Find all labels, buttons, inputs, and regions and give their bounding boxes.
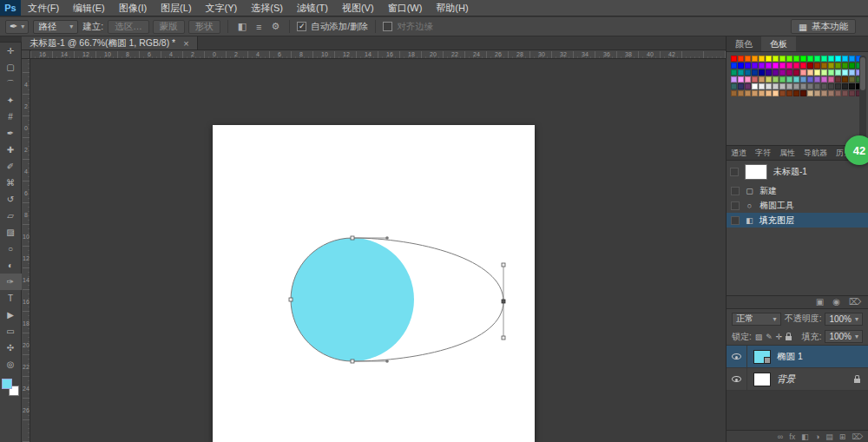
- new-document-from-state-icon[interactable]: ▣: [816, 296, 824, 308]
- lock-option-icon[interactable]: ✛: [776, 333, 783, 341]
- color-swatch[interactable]: [779, 56, 786, 62]
- lock-option-icon[interactable]: ✎: [766, 333, 773, 341]
- tab-swatches[interactable]: 色板: [761, 36, 796, 51]
- color-swatch[interactable]: [849, 90, 855, 96]
- scrollbar-thumb[interactable]: [860, 57, 865, 90]
- color-swatch[interactable]: [849, 63, 855, 69]
- tool-button[interactable]: ✚: [0, 142, 22, 158]
- align-edges-checkbox[interactable]: [383, 22, 392, 31]
- color-swatch[interactable]: [821, 69, 827, 76]
- color-swatch[interactable]: [752, 76, 758, 82]
- layers-footer-icon[interactable]: ⌦: [852, 432, 863, 442]
- anchor-bottom[interactable]: [351, 360, 354, 363]
- color-swatch[interactable]: [752, 56, 758, 62]
- color-swatch[interactable]: [731, 76, 737, 82]
- notification-badge[interactable]: 42: [845, 135, 868, 165]
- fill-input[interactable]: 100% ▾: [825, 330, 863, 343]
- color-swatch[interactable]: [821, 83, 827, 89]
- color-swatch[interactable]: [842, 56, 848, 62]
- auto-add-delete-checkbox[interactable]: ✓: [297, 22, 306, 31]
- color-swatch[interactable]: [779, 83, 786, 89]
- layer-name[interactable]: 椭圆 1: [777, 351, 868, 363]
- color-swatch[interactable]: [793, 69, 799, 76]
- layers-footer-icon[interactable]: ∞: [778, 432, 783, 442]
- delete-state-icon[interactable]: ⌦: [849, 296, 861, 308]
- color-swatch[interactable]: [807, 56, 813, 62]
- color-swatch[interactable]: [835, 76, 841, 82]
- color-swatch[interactable]: [828, 83, 834, 89]
- color-swatch[interactable]: [835, 83, 841, 89]
- document-canvas[interactable]: [213, 125, 535, 442]
- tool-button[interactable]: ✐: [0, 158, 22, 175]
- menu-item[interactable]: 图层(L): [154, 0, 198, 16]
- history-state-row[interactable]: ○ 椭圆工具: [727, 198, 868, 213]
- tool-mode-select[interactable]: 路径 ▾: [33, 20, 78, 34]
- color-swatch[interactable]: [766, 76, 772, 82]
- color-swatch[interactable]: [731, 69, 737, 76]
- panel-grip[interactable]: [0, 36, 22, 43]
- color-swatch[interactable]: [738, 63, 744, 69]
- color-swatch[interactable]: [752, 83, 758, 89]
- layer-row-ellipse[interactable]: 椭圆 1: [727, 346, 868, 368]
- history-state-row[interactable]: ▢ 新建: [727, 183, 868, 198]
- tool-button[interactable]: ✑: [0, 274, 22, 290]
- color-swatch[interactable]: [738, 76, 744, 82]
- close-icon[interactable]: ×: [183, 38, 188, 49]
- color-swatch[interactable]: [807, 76, 813, 82]
- layer-row-background[interactable]: 背景: [727, 368, 868, 391]
- tool-button[interactable]: ✛: [0, 43, 22, 59]
- color-swatch[interactable]: [731, 63, 737, 69]
- tool-preset-button[interactable]: ✒ ▾: [5, 20, 29, 34]
- right-handle-top-point[interactable]: [502, 263, 505, 267]
- top-handle-dot[interactable]: [385, 236, 389, 240]
- layers-footer-icon[interactable]: ⊞: [839, 432, 846, 442]
- color-swatch[interactable]: [849, 76, 855, 82]
- color-swatch[interactable]: [766, 63, 772, 69]
- color-swatch[interactable]: [849, 56, 855, 62]
- color-swatch[interactable]: [779, 63, 786, 69]
- blend-mode-select[interactable]: 正常 ▾: [732, 313, 781, 326]
- color-swatch[interactable]: [814, 76, 820, 82]
- anchor-right-selected[interactable]: [502, 300, 505, 303]
- color-swatch[interactable]: [814, 63, 820, 69]
- color-swatch[interactable]: [814, 56, 820, 62]
- color-swatch[interactable]: [786, 69, 792, 76]
- color-swatch[interactable]: [773, 56, 779, 62]
- color-swatch[interactable]: [786, 63, 792, 69]
- tool-button[interactable]: ▨: [0, 224, 22, 241]
- color-swatch[interactable]: [731, 90, 737, 96]
- color-swatch[interactable]: [752, 90, 758, 96]
- panel-tab[interactable]: 导航器: [799, 146, 832, 160]
- opacity-input[interactable]: 100% ▾: [825, 313, 863, 326]
- color-swatch[interactable]: [821, 76, 827, 82]
- layer-thumbnail[interactable]: [753, 350, 771, 364]
- lock-all-icon[interactable]: [786, 336, 791, 340]
- menu-item[interactable]: 选择(S): [244, 0, 290, 16]
- color-swatch[interactable]: [745, 90, 751, 96]
- color-swatch[interactable]: [745, 76, 751, 82]
- color-swatch[interactable]: [786, 76, 792, 82]
- tool-button[interactable]: ✦: [0, 92, 22, 109]
- color-swatch[interactable]: [807, 63, 813, 69]
- foreground-color-swatch[interactable]: [2, 379, 12, 389]
- tool-button[interactable]: ⌘: [0, 175, 22, 191]
- color-swatch[interactable]: [779, 69, 786, 76]
- color-swatch[interactable]: [745, 69, 751, 76]
- settings-gear-icon[interactable]: ⚙: [268, 21, 282, 32]
- color-swatch[interactable]: [842, 90, 848, 96]
- horizontal-ruler[interactable]: 1614121086420246810121416182022242628303…: [30, 50, 726, 59]
- menu-item[interactable]: 窗口(W): [381, 0, 430, 16]
- anchor-left[interactable]: [289, 298, 293, 301]
- color-swatch[interactable]: [745, 83, 751, 89]
- color-swatch[interactable]: [766, 69, 772, 76]
- visibility-cell[interactable]: [727, 346, 747, 367]
- color-swatch[interactable]: [842, 63, 848, 69]
- color-swatch[interactable]: [793, 63, 799, 69]
- ellipse-shape[interactable]: [291, 238, 414, 361]
- color-swatch[interactable]: [800, 90, 806, 96]
- color-swatch[interactable]: [828, 69, 834, 76]
- tool-button[interactable]: ▭: [0, 323, 22, 340]
- color-swatch[interactable]: [759, 69, 765, 76]
- color-swatch[interactable]: [793, 56, 799, 62]
- menu-item[interactable]: 帮助(H): [429, 0, 475, 16]
